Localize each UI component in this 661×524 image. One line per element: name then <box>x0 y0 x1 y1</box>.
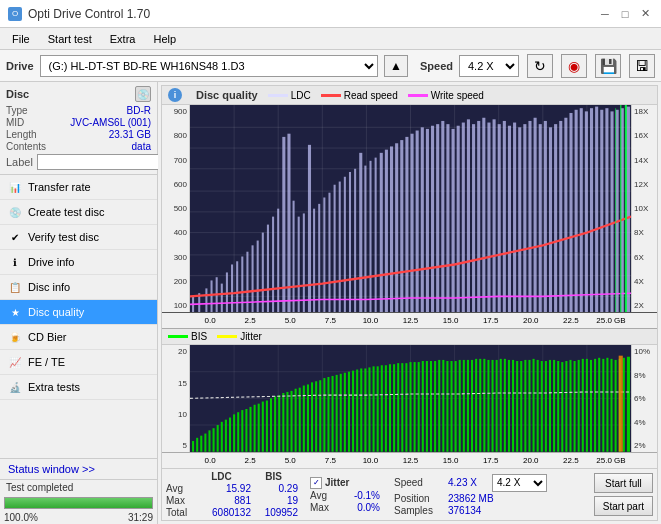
svg-rect-80 <box>503 121 506 312</box>
svg-rect-127 <box>217 425 219 452</box>
sidebar-item-fe-te[interactable]: 📈 FE / TE <box>0 350 157 375</box>
svg-rect-165 <box>373 367 375 452</box>
stats-speed-dropdown[interactable]: 4.2 X 2.0 X <box>492 474 547 492</box>
svg-rect-209 <box>553 360 555 452</box>
svg-rect-207 <box>545 361 547 452</box>
sidebar-label-disc-info: Disc info <box>28 281 70 293</box>
jitter-checkbox[interactable]: ✓ <box>310 477 322 489</box>
sidebar-item-extra-tests[interactable]: 🔬 Extra tests <box>0 375 157 400</box>
svg-rect-157 <box>340 374 342 452</box>
svg-rect-195 <box>496 360 498 452</box>
verify-test-disc-icon: ✔ <box>8 230 22 244</box>
start-full-button[interactable]: Start full <box>594 473 653 493</box>
svg-rect-97 <box>590 108 593 312</box>
sidebar-item-create-test-disc[interactable]: 💿 Create test disc <box>0 200 157 225</box>
svg-rect-87 <box>539 124 542 312</box>
sidebar-item-verify-test-disc[interactable]: ✔ Verify test disc <box>0 225 157 250</box>
svg-rect-205 <box>537 360 539 452</box>
legend-ldc-label: LDC <box>291 90 311 101</box>
menu-extra[interactable]: Extra <box>102 31 144 47</box>
close-button[interactable]: ✕ <box>637 6 653 22</box>
svg-rect-133 <box>241 410 243 452</box>
sidebar-item-drive-info[interactable]: ℹ Drive info <box>0 250 157 275</box>
top-x-axis: 0.0 2.5 5.0 7.5 10.0 12.5 15.0 17.5 20.0… <box>162 313 657 329</box>
svg-rect-161 <box>356 370 358 452</box>
svg-rect-204 <box>533 359 535 452</box>
svg-rect-99 <box>600 110 603 313</box>
top-x-spacer-left <box>162 313 190 328</box>
save-button[interactable]: 🖫 <box>629 54 655 78</box>
drive-bar: Drive (G:) HL-DT-ST BD-RE WH16NS48 1.D3 … <box>0 50 661 82</box>
svg-rect-144 <box>286 392 288 452</box>
svg-rect-90 <box>554 124 557 312</box>
svg-rect-173 <box>405 363 407 452</box>
ldc-max-val: 881 <box>196 495 251 506</box>
eject-button[interactable]: ▲ <box>384 55 408 77</box>
window-title: Opti Drive Control 1.70 <box>28 7 150 21</box>
minimize-button[interactable]: ─ <box>597 6 613 22</box>
refresh-button[interactable]: ↻ <box>527 54 553 78</box>
menu-help[interactable]: Help <box>145 31 184 47</box>
contents-label: Contents <box>6 141 46 152</box>
sidebar-item-disc-quality[interactable]: ★ Disc quality <box>0 300 157 325</box>
status-window-button[interactable]: Status window >> <box>0 459 157 480</box>
svg-rect-172 <box>401 363 403 452</box>
svg-rect-27 <box>231 264 233 312</box>
progress-percent: 100.0% <box>4 512 38 523</box>
samples-stat-label: Samples <box>394 505 444 516</box>
svg-rect-101 <box>610 111 613 312</box>
jitter-avg-row: Avg -0.1% <box>310 490 380 501</box>
svg-rect-142 <box>278 395 280 452</box>
top-chart-svg <box>190 105 631 312</box>
app-icon: O <box>8 7 22 21</box>
max-row: Max 881 19 <box>166 495 298 506</box>
svg-rect-71 <box>457 126 460 313</box>
svg-rect-33 <box>262 233 264 313</box>
svg-rect-54 <box>369 161 371 312</box>
disc-burn-button[interactable]: 💾 <box>595 54 621 78</box>
svg-rect-184 <box>450 361 452 452</box>
total-row: Total 6080132 109952 <box>166 507 298 518</box>
start-part-button[interactable]: Start part <box>594 496 653 516</box>
svg-rect-30 <box>246 252 248 313</box>
svg-rect-86 <box>534 118 537 313</box>
jitter-avg-val: -0.1% <box>340 490 380 501</box>
bottom-x-axis: 0.0 2.5 5.0 7.5 10.0 12.5 15.0 17.5 20.0… <box>162 452 657 468</box>
samples-stat-val: 376134 <box>448 505 508 516</box>
chart-header: i Disc quality LDC Read speed Write spee… <box>162 86 657 105</box>
label-input[interactable] <box>37 154 170 170</box>
svg-rect-215 <box>578 360 580 452</box>
sidebar-item-transfer-rate[interactable]: 📊 Transfer rate <box>0 175 157 200</box>
jitter-max-val: 0.0% <box>340 502 380 513</box>
svg-rect-56 <box>380 153 383 312</box>
drive-select[interactable]: (G:) HL-DT-ST BD-RE WH16NS48 1.D3 <box>40 55 378 77</box>
menu-start-test[interactable]: Start test <box>40 31 100 47</box>
svg-rect-76 <box>482 118 485 313</box>
svg-rect-39 <box>293 201 295 313</box>
svg-rect-158 <box>344 373 346 452</box>
sidebar-item-disc-info[interactable]: 📋 Disc info <box>0 275 157 300</box>
bottom-chart-row: 20 15 10 5 <box>162 345 657 452</box>
disc-erase-button[interactable]: ◉ <box>561 54 587 78</box>
svg-rect-69 <box>446 124 449 312</box>
svg-rect-67 <box>436 124 439 312</box>
menu-bar: File Start test Extra Help <box>0 28 661 50</box>
sidebar-item-cd-bier[interactable]: 🍺 CD Bier <box>0 325 157 350</box>
svg-rect-208 <box>549 360 551 452</box>
jitter-color <box>217 335 237 338</box>
maximize-button[interactable]: □ <box>617 6 633 22</box>
svg-rect-141 <box>274 397 276 452</box>
svg-rect-63 <box>416 131 419 313</box>
speed-select[interactable]: 4.2 X 2.0 X 1.0 X <box>459 55 519 77</box>
svg-rect-59 <box>395 143 398 312</box>
avg-row: Avg 15.92 0.29 <box>166 483 298 494</box>
jitter-max-row: Max 0.0% <box>310 502 380 513</box>
disc-icon-btn[interactable]: 💿 <box>135 86 151 102</box>
svg-rect-89 <box>549 127 552 312</box>
bis-max-val: 19 <box>253 495 298 506</box>
svg-rect-128 <box>221 422 223 452</box>
svg-rect-186 <box>459 360 461 452</box>
menu-file[interactable]: File <box>4 31 38 47</box>
svg-rect-43 <box>313 209 315 313</box>
top-y-axis-left: 900 800 700 600 500 400 300 200 100 <box>162 105 190 312</box>
